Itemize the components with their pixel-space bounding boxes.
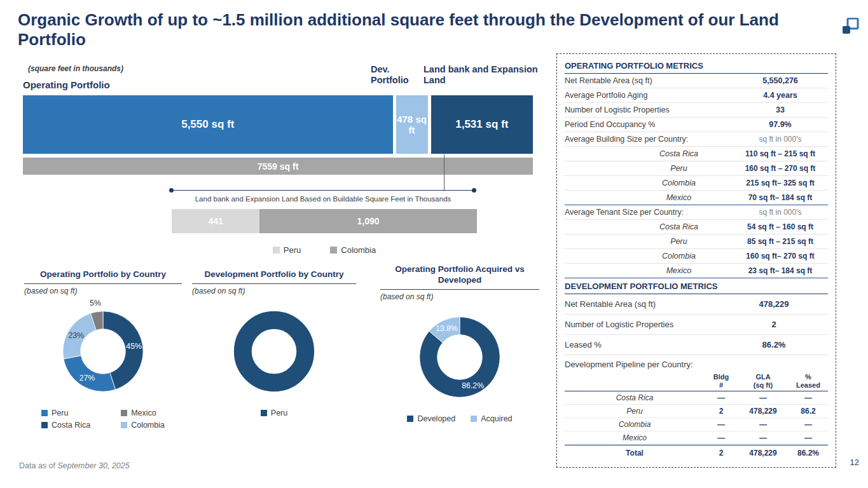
chart-title: Development Portfolio by Country <box>192 269 356 284</box>
legend-swatch-icon <box>471 416 477 422</box>
metric-value: 85 sq ft – 215 sq ft <box>733 237 828 246</box>
metric-label: Number of Logistic Properties <box>565 105 733 114</box>
legend-swatch-icon <box>261 410 267 416</box>
legend-item: Colombia <box>330 245 376 255</box>
legend-item: Acquired <box>471 414 512 423</box>
pipeline-bldg: — <box>705 420 738 429</box>
legend-item: Mexico <box>121 409 165 417</box>
bar-segment-label: 441 <box>208 216 223 226</box>
pipeline-row: Peru2478,22986.2 <box>565 405 828 418</box>
metric-value: 160 sq ft – 270 sq ft <box>733 164 828 173</box>
legend-label: Peru <box>271 409 287 417</box>
metric-row: Number of Logistic Properties2 <box>565 315 828 335</box>
bar-segment-label: 1,090 <box>357 216 380 226</box>
legend-label: Peru <box>284 245 301 255</box>
donut-data-label: 5% <box>90 299 101 308</box>
donut-data-label: 27% <box>79 374 95 383</box>
pipeline-gla: — <box>738 433 789 442</box>
chart-legend: Peru <box>192 409 356 417</box>
legend-item: Developed <box>407 414 455 423</box>
operating-metrics-rows: Net Rentable Area (sq ft)5,550,276Averag… <box>565 74 828 278</box>
metric-label: Net Rentable Area (sq ft) <box>565 299 720 309</box>
pipeline-country: Costa Rica <box>565 393 705 402</box>
metric-value: 97.9% <box>733 120 828 129</box>
operating-metrics-header: OPERATING PORTFOLIO METRICS <box>565 59 828 74</box>
footer-date: September 30, 2025 <box>57 461 129 470</box>
chart-development-by-country: Development Portfolio by Country (based … <box>192 269 356 417</box>
metric-label: Average Building Size per Country: <box>565 135 733 144</box>
legend-swatch-icon <box>121 422 127 428</box>
metric-label: Leased % <box>565 340 720 349</box>
donut-data-label: 86.2% <box>462 381 484 390</box>
metric-value: 215 sq ft– 325 sq ft <box>733 179 828 187</box>
bracket-dot-left <box>169 188 174 193</box>
chart-legend: PeruMexicoCosta RicaColombia <box>24 409 182 430</box>
metric-label: Costa Rica <box>565 149 733 158</box>
slide-title: Organic Growth of up to ~1.5 million add… <box>18 10 839 49</box>
donut-operating-by-country: 45%27%23%5% <box>51 299 155 403</box>
metric-value: 110 sq ft – 215 sq ft <box>733 149 828 158</box>
legend-item: Peru <box>273 245 301 255</box>
metric-value: 4.4 years <box>733 91 828 100</box>
legend-swatch-icon <box>41 422 48 428</box>
pipeline-leased: — <box>789 433 828 442</box>
metric-label: Mexico <box>565 193 733 202</box>
bar-segment-landbank: 1,531 sq ft <box>431 95 533 154</box>
legend-swatch-icon <box>407 416 413 422</box>
chart-subtitle: (based on sq ft) <box>380 292 539 301</box>
chart-operating-by-country: Operating Portfolio by Country (based on… <box>24 269 182 430</box>
metric-row: Colombia215 sq ft– 325 sq ft <box>565 176 828 191</box>
pipeline-country: Mexico <box>565 433 705 442</box>
legend-item: Costa Rica <box>41 421 90 430</box>
donut-development-by-country <box>222 299 326 403</box>
legend-swatch-icon <box>330 247 337 254</box>
metric-value: 70 sq ft– 184 sq ft <box>733 193 828 202</box>
landbank-header: Land bank and Expansion Land <box>424 64 538 86</box>
metric-row: Net Rentable Area (sq ft)478,229 <box>565 294 828 315</box>
metrics-panel: OPERATING PORTFOLIO METRICS Net Rentable… <box>556 53 836 468</box>
metric-value: 160 sq ft– 270 sq ft <box>733 252 828 261</box>
bar-segment-colombia: 1,090 <box>259 209 477 233</box>
portfolio-composition-bar: 5,550 sq ft 478 sq ft 1,531 sq ft <box>23 95 533 154</box>
legend-swatch-icon <box>121 410 127 416</box>
pipeline-row: Mexico——— <box>565 431 828 445</box>
chart-legend: DevelopedAcquired <box>380 414 539 423</box>
pipeline-gla: — <box>738 420 789 429</box>
metric-label: Net Rentable Area (sq ft) <box>565 76 733 85</box>
metric-row: Number of Logistic Properties33 <box>565 103 828 118</box>
chart-acquired-vs-developed: Operating Portfolio Acquired vs Develope… <box>380 264 539 423</box>
footer-prefix: Data as of <box>19 461 57 470</box>
metric-value: 5,550,276 <box>733 76 828 85</box>
legend-label: Peru <box>52 409 68 417</box>
pipeline-header-row: Bldg # GLA (sq ft) % Leased <box>565 373 828 391</box>
pipeline-leased: 86.2 <box>789 407 828 416</box>
chart-title: Operating Portfolio Acquired vs Develope… <box>380 264 539 290</box>
total-bar: 7559 sq ft <box>23 158 533 175</box>
pipeline-bldg: 2 <box>705 407 738 416</box>
pipeline-gla: — <box>738 393 789 402</box>
bar-segment-label: 1,531 sq ft <box>455 118 508 131</box>
landbank-note: Land bank and Expansion Land Based on Bu… <box>159 195 487 203</box>
metric-label: Colombia <box>565 252 733 261</box>
legend-item: Colombia <box>121 421 165 430</box>
metric-row: Net Rentable Area (sq ft)5,550,276 <box>565 74 828 88</box>
metric-label: Average Portfolio Aging <box>565 91 733 100</box>
metric-label: Number of Logistic Properties <box>565 320 720 329</box>
pipeline-total-leased: 86.2% <box>789 449 828 458</box>
pipeline-country: Peru <box>565 407 705 416</box>
units-note: (square feet in thousands) <box>28 64 123 73</box>
page-number: 12 <box>850 458 859 467</box>
pipeline-leased: — <box>789 420 828 429</box>
bar-segment-label: 5,550 sq ft <box>181 118 234 131</box>
metric-row: Leased %86.2% <box>565 335 828 355</box>
donut-data-label: 45% <box>126 342 142 351</box>
operating-portfolio-label: Operating Portfolio <box>23 79 110 90</box>
dev-portfolio-header: Dev. Portfolio <box>371 64 417 86</box>
pipeline-country: Colombia <box>565 420 705 429</box>
pipeline-total-bldg: 2 <box>705 449 738 458</box>
landbank-bar: 441 1,090 <box>172 209 477 233</box>
donut-slice-peru <box>243 320 305 383</box>
pipeline-rows: Costa Rica———Peru2478,22986.2Colombia———… <box>565 391 828 445</box>
bar-segment-dev-portfolio: 478 sq ft <box>396 95 428 154</box>
pipeline-row: Colombia——— <box>565 418 828 431</box>
